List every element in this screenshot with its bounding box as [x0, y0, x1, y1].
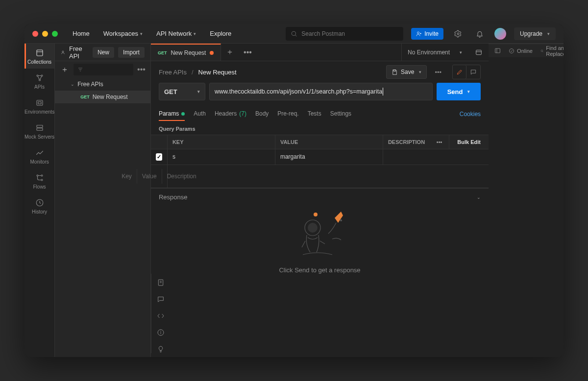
modified-indicator-icon [181, 112, 185, 116]
create-icon[interactable]: ＋ [60, 65, 70, 74]
info-icon[interactable] [157, 329, 165, 336]
save-button[interactable]: Save ▾ [386, 65, 427, 79]
comments-icon[interactable] [157, 295, 165, 303]
lightbulb-icon[interactable] [157, 345, 165, 353]
svg-line-1 [295, 35, 297, 36]
rail-monitors[interactable]: Monitors [24, 143, 54, 168]
search-placeholder: Search Postman [301, 30, 345, 37]
rail-label: History [32, 209, 47, 214]
code-icon[interactable] [157, 312, 165, 320]
nav-workspaces[interactable]: Workspaces▾ [100, 28, 146, 39]
rail-collections[interactable]: Collections [24, 44, 54, 69]
subtab-prereq[interactable]: Pre-req. [277, 107, 298, 121]
nav-explore[interactable]: Explore [207, 28, 234, 39]
online-status[interactable]: Online [509, 48, 533, 54]
svg-point-19 [62, 51, 64, 52]
sidebar-toggle-icon[interactable] [494, 48, 501, 54]
options-header[interactable]: ••• [430, 135, 449, 149]
subtab-settings[interactable]: Settings [330, 107, 351, 121]
desc-cell[interactable]: Description [162, 169, 201, 184]
send-button[interactable]: Send ▾ [437, 83, 481, 100]
row-checkbox[interactable]: ✓ [151, 149, 168, 165]
rail-history[interactable]: History [24, 193, 54, 218]
collection-name: Free APIs [77, 81, 103, 88]
find-replace[interactable]: Find and Replace [540, 45, 564, 57]
request-row[interactable]: GET New Request [55, 91, 150, 103]
minimize-window-icon[interactable] [42, 31, 48, 37]
breadcrumb-current: New Request [198, 69, 237, 76]
bulk-edit-button[interactable]: Bulk Edit [449, 135, 489, 149]
rail-environments[interactable]: Environments [24, 94, 54, 119]
svg-point-15 [37, 175, 38, 176]
value-cell[interactable]: Value [137, 169, 162, 184]
subtab-auth[interactable]: Auth [194, 107, 206, 121]
rail-label: Collections [27, 59, 51, 65]
tab-request[interactable]: GET New Request [151, 44, 221, 61]
tab-overflow-icon[interactable]: ••• [239, 44, 256, 61]
documentation-icon[interactable] [157, 279, 165, 286]
global-search[interactable]: Search Postman [286, 27, 403, 41]
user-avatar[interactable] [494, 28, 506, 40]
chevron-down-icon: ▾ [194, 31, 196, 36]
online-label: Online [517, 48, 533, 54]
svg-rect-36 [495, 48, 500, 53]
subtab-headers[interactable]: Headers (7) [215, 107, 246, 121]
apis-icon [35, 73, 44, 82]
collection-row[interactable]: ⌄ Free APIs [55, 78, 150, 91]
comment-view-button[interactable] [466, 65, 480, 79]
response-title: Response [159, 193, 188, 201]
invite-button[interactable]: Invite [411, 28, 443, 40]
subtab-params[interactable]: Params [159, 107, 185, 121]
nav-home[interactable]: Home [70, 28, 93, 39]
cookies-link[interactable]: Cookies [460, 111, 481, 118]
environment-selector[interactable]: No Environment ▾ [401, 44, 489, 61]
response-header[interactable]: Response ⌄ [151, 188, 489, 206]
environment-name: No Environment [408, 49, 450, 56]
notifications-icon[interactable] [473, 27, 487, 41]
settings-icon[interactable] [451, 27, 465, 41]
rail-label: Monitors [30, 159, 49, 165]
subtab-tests[interactable]: Tests [308, 107, 321, 121]
method-badge: GET [80, 95, 90, 99]
chevron-down-icon: ▾ [419, 70, 421, 74]
svg-rect-11 [37, 100, 43, 106]
new-button[interactable]: New [93, 47, 114, 58]
rail-flows[interactable]: Flows [24, 168, 54, 193]
response-body: Click Send to get a response [151, 206, 489, 274]
row-checkbox[interactable]: Key Value Description [151, 165, 168, 188]
find-label: Find and Replace [546, 45, 564, 57]
edit-view-button[interactable] [453, 65, 466, 79]
breadcrumb-parent[interactable]: Free APIs [159, 69, 187, 76]
rail-label: Flows [33, 184, 46, 190]
method-selector[interactable]: GET ▾ [159, 83, 205, 100]
import-button[interactable]: Import [118, 47, 145, 58]
fullscreen-window-icon[interactable] [52, 31, 58, 37]
app-window: Home Workspaces▾ API Network▾ Explore Se… [24, 24, 564, 357]
upgrade-button[interactable]: Upgrade▾ [514, 27, 556, 40]
nav-api-network[interactable]: API Network▾ [153, 28, 199, 39]
svg-rect-6 [37, 50, 43, 56]
svg-point-39 [541, 49, 543, 51]
close-window-icon[interactable] [32, 31, 38, 37]
new-tab-button[interactable]: ＋ [221, 44, 239, 61]
person-icon [61, 49, 65, 56]
mock-server-icon [35, 123, 44, 132]
svg-point-35 [161, 331, 161, 332]
value-cell[interactable]: margarita [275, 149, 383, 165]
titlebar: Home Workspaces▾ API Network▾ Explore Se… [24, 24, 564, 44]
more-actions-icon[interactable]: ••• [432, 69, 444, 76]
key-cell[interactable]: s [168, 149, 275, 165]
more-icon[interactable]: ••• [137, 65, 146, 74]
filter-input[interactable] [74, 64, 133, 75]
history-icon [35, 198, 44, 207]
desc-cell[interactable] [383, 149, 489, 165]
save-label: Save [401, 69, 414, 75]
left-rail: Collections APIs Environments Mock Serve… [24, 44, 55, 357]
key-cell[interactable]: Key [117, 169, 137, 184]
rail-mock-servers[interactable]: Mock Servers [24, 119, 54, 143]
svg-point-9 [41, 75, 43, 76]
environment-quicklook-icon[interactable] [475, 48, 483, 56]
url-input[interactable]: www.thecocktaildb.com/api/json/v1/1/sear… [209, 83, 433, 100]
subtab-body[interactable]: Body [255, 107, 269, 121]
rail-apis[interactable]: APIs [24, 69, 54, 94]
